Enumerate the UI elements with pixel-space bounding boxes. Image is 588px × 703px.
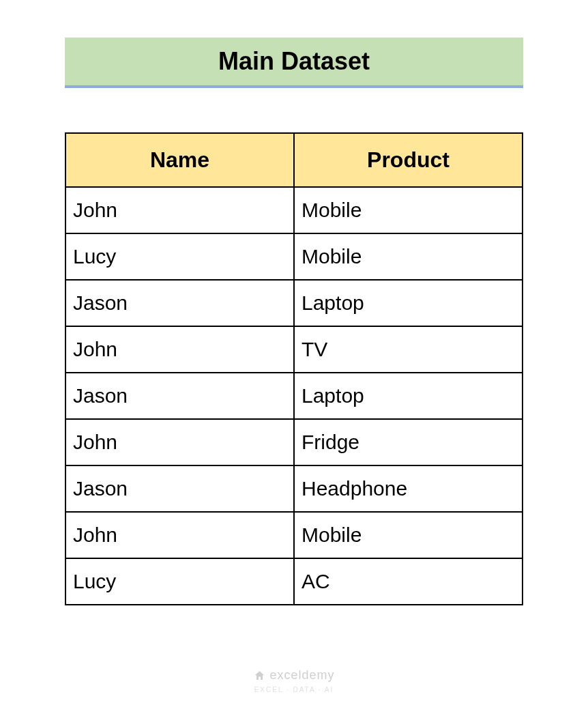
- table-row: Jason Laptop: [65, 373, 523, 419]
- cell-name: Jason: [65, 465, 294, 512]
- cell-product: Mobile: [294, 512, 523, 558]
- cell-name: Jason: [65, 373, 294, 419]
- table-row: John Fridge: [65, 419, 523, 465]
- cell-name: John: [65, 419, 294, 465]
- data-table: Name Product John Mobile Lucy Mobile Jas…: [65, 132, 523, 605]
- header-product: Product: [294, 133, 523, 187]
- cell-product: Mobile: [294, 187, 523, 233]
- cell-product: Fridge: [294, 419, 523, 465]
- cell-name: John: [65, 326, 294, 373]
- table-row: John Mobile: [65, 187, 523, 233]
- watermark: exceldemy: [253, 668, 334, 683]
- table-row: John Mobile: [65, 512, 523, 558]
- table-row: Jason Laptop: [65, 280, 523, 326]
- table-row: Lucy Mobile: [65, 233, 523, 280]
- cell-name: Lucy: [65, 233, 294, 280]
- cell-name: Lucy: [65, 558, 294, 605]
- watermark-subtext: EXCEL · DATA · AI: [254, 686, 334, 693]
- house-icon: [253, 670, 265, 682]
- page-title: Main Dataset: [65, 38, 523, 88]
- table-row: John TV: [65, 326, 523, 373]
- header-name: Name: [65, 133, 294, 187]
- cell-name: Jason: [65, 280, 294, 326]
- cell-product: AC: [294, 558, 523, 605]
- cell-product: Mobile: [294, 233, 523, 280]
- table-row: Lucy AC: [65, 558, 523, 605]
- cell-product: TV: [294, 326, 523, 373]
- table-row: Jason Headphone: [65, 465, 523, 512]
- cell-name: John: [65, 187, 294, 233]
- cell-product: Laptop: [294, 280, 523, 326]
- cell-name: John: [65, 512, 294, 558]
- table-header-row: Name Product: [65, 133, 523, 187]
- cell-product: Headphone: [294, 465, 523, 512]
- cell-product: Laptop: [294, 373, 523, 419]
- watermark-text: exceldemy: [269, 668, 334, 683]
